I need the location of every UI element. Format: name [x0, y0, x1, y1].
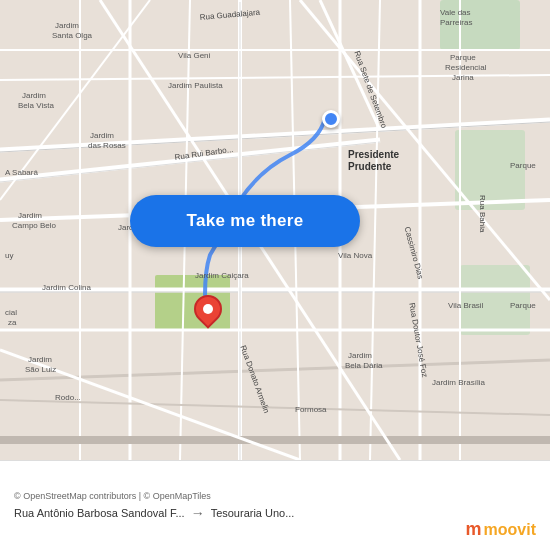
- svg-text:Vila Nova: Vila Nova: [338, 251, 373, 260]
- svg-text:Jarina: Jarina: [452, 73, 474, 82]
- svg-text:Jardim: Jardim: [22, 91, 46, 100]
- svg-text:Vale das: Vale das: [440, 8, 471, 17]
- destination-marker: [194, 295, 222, 331]
- svg-text:Parque: Parque: [510, 161, 536, 170]
- svg-text:Presidente: Presidente: [348, 149, 400, 160]
- svg-text:Rodo...: Rodo...: [55, 393, 81, 402]
- to-location: Tesouraria Uno...: [211, 507, 295, 519]
- svg-text:Rua Bahia: Rua Bahia: [478, 195, 487, 233]
- from-location: Rua Antônio Barbosa Sandoval F...: [14, 507, 185, 519]
- svg-text:Jardim: Jardim: [348, 351, 372, 360]
- svg-text:São Luiz: São Luiz: [25, 365, 56, 374]
- svg-text:Jardim Brasília: Jardim Brasília: [432, 378, 485, 387]
- route-arrow: →: [191, 505, 205, 521]
- svg-text:Bela Dária: Bela Dária: [345, 361, 383, 370]
- svg-text:Jardim: Jardim: [28, 355, 52, 364]
- svg-text:Residencial: Residencial: [445, 63, 487, 72]
- svg-text:Formosa: Formosa: [295, 405, 327, 414]
- svg-text:Santa Olga: Santa Olga: [52, 31, 93, 40]
- moovit-logo: m moovit: [466, 519, 536, 540]
- take-me-there-button[interactable]: Take me there: [130, 195, 360, 247]
- svg-text:Vila Geni: Vila Geni: [178, 51, 211, 60]
- svg-text:Jardim Paulista: Jardim Paulista: [168, 81, 223, 90]
- map-attribution: © OpenStreetMap contributors | © OpenMap…: [14, 491, 536, 501]
- svg-text:Jardim: Jardim: [55, 21, 79, 30]
- svg-text:Vila Brasil: Vila Brasil: [448, 301, 484, 310]
- svg-text:Parque: Parque: [510, 301, 536, 310]
- moovit-brand: moovit: [484, 521, 536, 539]
- route-info-row: Rua Antônio Barbosa Sandoval F... → Teso…: [14, 505, 536, 521]
- svg-text:Prudente: Prudente: [348, 161, 392, 172]
- svg-text:Campo Belo: Campo Belo: [12, 221, 57, 230]
- svg-text:Jardim Caiçara: Jardim Caiçara: [195, 271, 249, 280]
- svg-rect-4: [460, 265, 530, 335]
- svg-text:Parreiras: Parreiras: [440, 18, 472, 27]
- svg-text:Jardim: Jardim: [90, 131, 114, 140]
- svg-text:za: za: [8, 318, 17, 327]
- svg-text:uy: uy: [5, 251, 13, 260]
- origin-marker: [322, 110, 340, 128]
- svg-text:das Rosas: das Rosas: [88, 141, 126, 150]
- svg-text:Parque: Parque: [450, 53, 476, 62]
- svg-text:Jardim: Jardim: [18, 211, 42, 220]
- map-container: Rua Guadalajara Jardim Santa Olga Vila G…: [0, 0, 550, 460]
- svg-text:A Sabará: A Sabará: [5, 168, 38, 177]
- bottom-bar: © OpenStreetMap contributors | © OpenMap…: [0, 460, 550, 550]
- svg-text:Jardim Colina: Jardim Colina: [42, 283, 91, 292]
- svg-text:Bela Vista: Bela Vista: [18, 101, 54, 110]
- moovit-icon: m: [466, 519, 482, 540]
- svg-text:cial: cial: [5, 308, 17, 317]
